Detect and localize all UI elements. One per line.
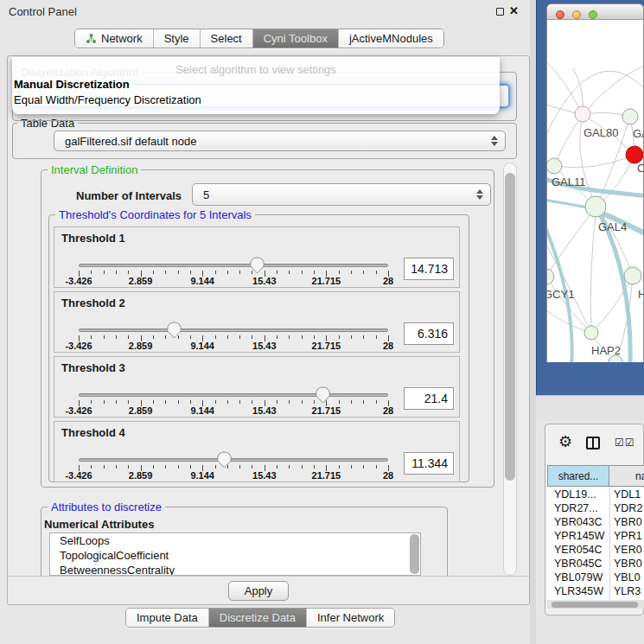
close-traffic-light-icon[interactable] <box>556 10 564 19</box>
tick-label: 15.43 <box>252 405 277 416</box>
svg-text:C: C <box>637 162 644 175</box>
top-tab-bar: NetworkStyleSelectCyni ToolboxjActiveMNo… <box>74 29 444 48</box>
numerical-attributes-label: Numerical Attributes <box>44 518 154 531</box>
slider-ticks <box>79 335 388 342</box>
attribute-item-betweennesscentrality[interactable]: BetweennessCentrality <box>50 563 420 576</box>
bottom-right-background <box>536 615 644 644</box>
stepper-arrows-icon <box>476 189 483 200</box>
tab-infer-network[interactable]: Infer Network <box>307 609 394 627</box>
algorithm-hint: Select algorithm to view settings <box>12 63 500 76</box>
slider-thumb[interactable] <box>165 322 183 339</box>
column-layout-icon[interactable] <box>586 437 600 450</box>
tick-label: 28 <box>383 341 393 351</box>
attribute-item-topologicalcoefficient[interactable]: TopologicalCoefficient <box>50 548 420 563</box>
table-hscrollbar-thumb[interactable] <box>552 602 638 608</box>
table-row[interactable]: YDL19...YDL1 <box>547 488 644 501</box>
tick-label: -3.426 <box>65 470 92 481</box>
svg-text:GAL80: GAL80 <box>583 126 618 139</box>
tab-jactivemnodules[interactable]: jActiveMNodules <box>339 29 443 48</box>
network-node[interactable] <box>547 158 562 174</box>
svg-text:GAL11: GAL11 <box>552 175 586 188</box>
bottom-tab-bar: Impute DataDiscretize DataInfer Network <box>125 608 395 628</box>
threshold-value-input[interactable] <box>404 322 454 345</box>
zoom-traffic-light-icon[interactable] <box>589 10 597 19</box>
tick-label: 9.144 <box>190 341 214 351</box>
threshold-slider[interactable]: -3.4262.8599.14415.4321.71528 <box>79 357 388 418</box>
slider-track[interactable] <box>79 328 388 332</box>
minimize-traffic-light-icon[interactable] <box>572 10 581 19</box>
threshold-slider[interactable]: -3.4262.8599.14415.4321.71528 <box>79 292 388 354</box>
slider-thumb[interactable] <box>248 257 266 274</box>
table-row[interactable]: YDR27...YDR2 <box>547 501 644 515</box>
network-node[interactable] <box>622 109 638 124</box>
threshold-slider[interactable]: -3.4262.8599.14415.4321.71528 <box>79 422 388 483</box>
float-window-icon[interactable] <box>496 8 504 16</box>
table-rows: YDL19...YDL1YDR27...YDR2YBR043CYBR0YPR14… <box>547 488 644 600</box>
table-data-combobox[interactable]: galFiltered.sif default node <box>54 131 506 151</box>
network-node[interactable] <box>547 269 554 284</box>
tab-network[interactable]: Network <box>75 29 154 48</box>
tab-discretize-data[interactable]: Discretize Data <box>209 609 307 627</box>
svg-text:HAP2: HAP2 <box>591 344 621 357</box>
threshold-slider[interactable]: -3.4262.8599.14415.4321.71528 <box>79 227 388 289</box>
network-node[interactable] <box>585 196 606 217</box>
main-scrollbar-thumb[interactable] <box>505 173 515 481</box>
tab-cyni-toolbox[interactable]: Cyni Toolbox <box>253 29 339 48</box>
slider-thumb[interactable] <box>215 451 233 469</box>
table-row[interactable]: YBL079WYBL0 <box>547 571 644 584</box>
table-row[interactable]: YPR145WYPR1 <box>547 529 644 543</box>
table-row[interactable]: YER054CYER0 <box>547 543 644 557</box>
close-icon[interactable]: ✕ <box>509 4 519 17</box>
table-column-header[interactable]: shared... <box>547 465 609 487</box>
table-row[interactable]: YLR345WYLR3 <box>547 584 644 598</box>
tick-label: 2.859 <box>129 470 153 481</box>
tick-label: 28 <box>383 276 393 286</box>
slider-track[interactable] <box>79 458 388 462</box>
slider-track[interactable] <box>79 264 388 267</box>
table-hscrollbar-track[interactable] <box>547 600 644 609</box>
table-column-header[interactable]: na <box>609 465 644 487</box>
table-row[interactable]: YBR043CYBR0 <box>547 515 644 529</box>
screen: Control Panel ✕ NetworkStyleSelectCyni T… <box>0 0 644 644</box>
tab-select[interactable]: Select <box>201 29 253 48</box>
network-node[interactable] <box>626 146 643 163</box>
network-window-titlebar[interactable] <box>547 4 643 20</box>
algorithm-option-manual-discretization[interactable]: Manual Discretization <box>14 78 130 91</box>
table-row[interactable]: YBR045CYBR0 <box>547 557 644 571</box>
threshold-value-input[interactable] <box>404 452 454 475</box>
network-node[interactable] <box>584 326 598 340</box>
settings-gear-icon[interactable]: ⚙ <box>558 434 572 450</box>
numerical-attributes-list[interactable]: SelfLoopsTopologicalCoefficientBetweenne… <box>49 532 421 576</box>
checkbox-icons[interactable]: ☑☑ <box>615 437 635 449</box>
tick-label: 15.43 <box>252 276 277 286</box>
panel-divider[interactable] <box>530 0 536 644</box>
slider-track[interactable] <box>79 393 388 397</box>
apply-button[interactable]: Apply <box>228 581 289 601</box>
tab-style[interactable]: Style <box>154 29 201 48</box>
threshold-value-input[interactable] <box>404 258 454 280</box>
network-node[interactable] <box>575 106 590 122</box>
number-of-intervals-combobox[interactable]: 5 <box>192 183 491 206</box>
network-icon <box>86 33 97 44</box>
thresholds-group-title: Threshold's Coordinates for 5 Intervals <box>55 208 255 221</box>
interval-definition-title: Interval Definition <box>48 163 141 176</box>
tick-label: 15.43 <box>252 470 277 481</box>
table-data-value: galFiltered.sif default node <box>65 135 196 148</box>
svg-text:GA: GA <box>633 127 644 140</box>
svg-text:GAL4: GAL4 <box>598 220 627 233</box>
tab-impute-data[interactable]: Impute Data <box>126 609 209 627</box>
algorithm-option-equal-width-frequency-discretization[interactable]: Equal Width/Frequency Discretization <box>14 93 201 106</box>
stepper-arrows-icon <box>491 136 498 146</box>
svg-text:GCY1: GCY1 <box>547 288 574 301</box>
control-panel-titlebar: Control Panel ✕ <box>0 0 536 23</box>
tick-label: -3.426 <box>65 341 92 351</box>
network-canvas[interactable]: GAL80GACGAL11GAL4GCY1HHAP2 <box>547 21 644 362</box>
attributes-scrollbar-thumb[interactable] <box>410 534 419 574</box>
attribute-item-selfloops[interactable]: SelfLoops <box>50 533 420 548</box>
network-node[interactable] <box>624 267 641 284</box>
tick-label: 28 <box>383 405 393 416</box>
slider-ticks <box>79 400 388 407</box>
threshold-value-input[interactable] <box>404 387 454 410</box>
attributes-group-title: Attributes to discretize <box>48 501 165 513</box>
slider-thumb[interactable] <box>314 386 332 404</box>
